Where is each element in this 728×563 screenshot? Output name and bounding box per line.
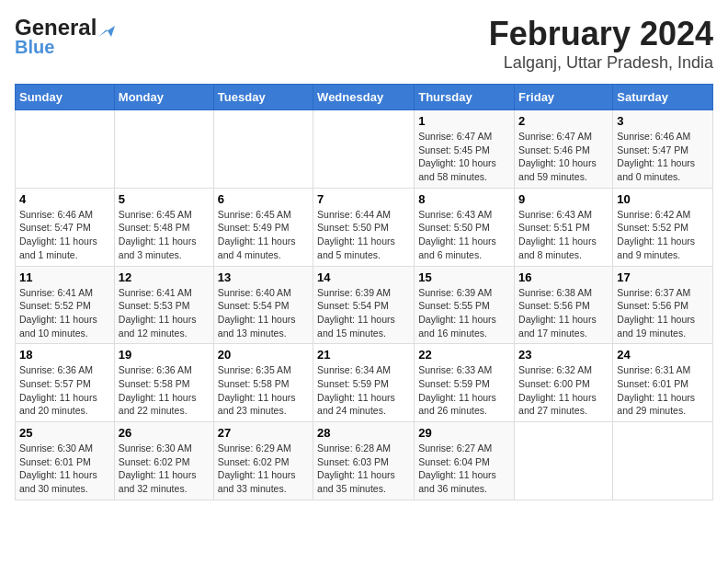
day-number: 2: [518, 114, 609, 128]
day-cell: 11Sunrise: 6:41 AM Sunset: 5:52 PM Dayli…: [16, 266, 115, 344]
day-cell: [515, 422, 613, 500]
day-number: 4: [19, 192, 110, 206]
day-number: 17: [617, 270, 709, 284]
day-number: 12: [119, 270, 210, 284]
day-cell: 1Sunrise: 6:47 AM Sunset: 5:45 PM Daylig…: [415, 110, 515, 189]
week-row-1: 1Sunrise: 6:47 AM Sunset: 5:45 PM Daylig…: [16, 110, 713, 189]
day-cell: 23Sunrise: 6:32 AM Sunset: 6:00 PM Dayli…: [515, 344, 613, 422]
day-number: 6: [218, 192, 309, 206]
day-cell: 10Sunrise: 6:42 AM Sunset: 5:52 PM Dayli…: [613, 188, 713, 266]
day-cell: [313, 110, 415, 189]
header-cell-saturday: Saturday: [613, 85, 713, 110]
day-info: Sunrise: 6:39 AM Sunset: 5:54 PM Dayligh…: [317, 286, 410, 340]
day-cell: 8Sunrise: 6:43 AM Sunset: 5:50 PM Daylig…: [415, 188, 515, 266]
day-number: 7: [317, 192, 410, 206]
day-info: Sunrise: 6:42 AM Sunset: 5:52 PM Dayligh…: [617, 208, 709, 262]
day-cell: 18Sunrise: 6:36 AM Sunset: 5:57 PM Dayli…: [16, 344, 115, 422]
calendar-subtitle: Lalganj, Uttar Pradesh, India: [489, 53, 713, 73]
day-number: 13: [218, 270, 309, 284]
day-cell: 5Sunrise: 6:45 AM Sunset: 5:48 PM Daylig…: [114, 188, 213, 266]
day-info: Sunrise: 6:30 AM Sunset: 6:01 PM Dayligh…: [19, 442, 110, 496]
header-cell-wednesday: Wednesday: [313, 85, 415, 110]
day-cell: 3Sunrise: 6:46 AM Sunset: 5:47 PM Daylig…: [613, 110, 713, 189]
day-cell: 4Sunrise: 6:46 AM Sunset: 5:47 PM Daylig…: [16, 188, 115, 266]
day-info: Sunrise: 6:45 AM Sunset: 5:48 PM Dayligh…: [119, 208, 210, 262]
day-cell: 24Sunrise: 6:31 AM Sunset: 6:01 PM Dayli…: [613, 344, 713, 422]
logo: General Blue: [15, 15, 115, 58]
day-cell: 26Sunrise: 6:30 AM Sunset: 6:02 PM Dayli…: [114, 422, 213, 500]
day-cell: 25Sunrise: 6:30 AM Sunset: 6:01 PM Dayli…: [16, 422, 115, 500]
day-number: 5: [119, 192, 210, 206]
day-info: Sunrise: 6:46 AM Sunset: 5:47 PM Dayligh…: [19, 208, 110, 262]
day-number: 16: [518, 270, 609, 284]
day-number: 29: [418, 426, 510, 440]
day-cell: 21Sunrise: 6:34 AM Sunset: 5:59 PM Dayli…: [313, 344, 415, 422]
day-number: 9: [518, 192, 609, 206]
logo-bird-icon: [98, 18, 115, 37]
header-cell-friday: Friday: [515, 85, 613, 110]
week-row-3: 11Sunrise: 6:41 AM Sunset: 5:52 PM Dayli…: [16, 266, 713, 344]
week-row-4: 18Sunrise: 6:36 AM Sunset: 5:57 PM Dayli…: [16, 344, 713, 422]
day-info: Sunrise: 6:41 AM Sunset: 5:53 PM Dayligh…: [119, 286, 210, 340]
week-row-5: 25Sunrise: 6:30 AM Sunset: 6:01 PM Dayli…: [16, 422, 713, 500]
day-number: 21: [317, 348, 410, 362]
day-cell: [114, 110, 213, 189]
day-cell: 14Sunrise: 6:39 AM Sunset: 5:54 PM Dayli…: [313, 266, 415, 344]
header-cell-sunday: Sunday: [16, 85, 115, 110]
day-info: Sunrise: 6:28 AM Sunset: 6:03 PM Dayligh…: [317, 442, 410, 496]
day-number: 19: [119, 348, 210, 362]
day-number: 26: [119, 426, 210, 440]
day-cell: 28Sunrise: 6:28 AM Sunset: 6:03 PM Dayli…: [313, 422, 415, 500]
logo-blue-text: Blue: [15, 37, 54, 58]
day-cell: 12Sunrise: 6:41 AM Sunset: 5:53 PM Dayli…: [114, 266, 213, 344]
day-info: Sunrise: 6:36 AM Sunset: 5:57 PM Dayligh…: [19, 363, 110, 418]
day-info: Sunrise: 6:31 AM Sunset: 6:01 PM Dayligh…: [617, 363, 709, 418]
day-number: 18: [19, 348, 110, 362]
day-cell: 7Sunrise: 6:44 AM Sunset: 5:50 PM Daylig…: [313, 188, 415, 266]
day-number: 8: [418, 192, 510, 206]
day-info: Sunrise: 6:46 AM Sunset: 5:47 PM Dayligh…: [617, 130, 709, 184]
day-number: 10: [617, 192, 709, 206]
day-info: Sunrise: 6:36 AM Sunset: 5:58 PM Dayligh…: [119, 363, 210, 418]
day-cell: 19Sunrise: 6:36 AM Sunset: 5:58 PM Dayli…: [114, 344, 213, 422]
day-info: Sunrise: 6:45 AM Sunset: 5:49 PM Dayligh…: [218, 208, 309, 262]
page-header: General Blue February 2024 Lalganj, Utta…: [15, 15, 713, 73]
day-cell: [213, 110, 313, 189]
day-info: Sunrise: 6:27 AM Sunset: 6:04 PM Dayligh…: [418, 442, 510, 496]
day-number: 25: [19, 426, 110, 440]
day-info: Sunrise: 6:39 AM Sunset: 5:55 PM Dayligh…: [418, 286, 510, 340]
calendar-table: SundayMondayTuesdayWednesdayThursdayFrid…: [15, 84, 713, 500]
day-info: Sunrise: 6:40 AM Sunset: 5:54 PM Dayligh…: [218, 286, 309, 340]
day-info: Sunrise: 6:43 AM Sunset: 5:50 PM Dayligh…: [418, 208, 510, 262]
header-cell-tuesday: Tuesday: [213, 85, 313, 110]
day-info: Sunrise: 6:33 AM Sunset: 5:59 PM Dayligh…: [418, 363, 510, 418]
day-number: 23: [518, 348, 609, 362]
day-cell: 15Sunrise: 6:39 AM Sunset: 5:55 PM Dayli…: [415, 266, 515, 344]
day-cell: 6Sunrise: 6:45 AM Sunset: 5:49 PM Daylig…: [213, 188, 313, 266]
day-info: Sunrise: 6:47 AM Sunset: 5:45 PM Dayligh…: [418, 130, 510, 184]
day-cell: 2Sunrise: 6:47 AM Sunset: 5:46 PM Daylig…: [515, 110, 613, 189]
day-cell: 13Sunrise: 6:40 AM Sunset: 5:54 PM Dayli…: [213, 266, 313, 344]
title-block: February 2024 Lalganj, Uttar Pradesh, In…: [489, 15, 713, 73]
day-number: 11: [19, 270, 110, 284]
day-info: Sunrise: 6:37 AM Sunset: 5:56 PM Dayligh…: [617, 286, 709, 340]
header-cell-thursday: Thursday: [415, 85, 515, 110]
day-info: Sunrise: 6:38 AM Sunset: 5:56 PM Dayligh…: [518, 286, 609, 340]
calendar-header-row: SundayMondayTuesdayWednesdayThursdayFrid…: [16, 85, 713, 110]
day-info: Sunrise: 6:30 AM Sunset: 6:02 PM Dayligh…: [119, 442, 210, 496]
day-cell: 9Sunrise: 6:43 AM Sunset: 5:51 PM Daylig…: [515, 188, 613, 266]
day-number: 14: [317, 270, 410, 284]
day-info: Sunrise: 6:32 AM Sunset: 6:00 PM Dayligh…: [518, 363, 609, 418]
day-number: 22: [418, 348, 510, 362]
day-cell: [613, 422, 713, 500]
day-number: 15: [418, 270, 510, 284]
day-number: 1: [418, 114, 510, 128]
day-number: 28: [317, 426, 410, 440]
header-cell-monday: Monday: [114, 85, 213, 110]
day-number: 27: [218, 426, 309, 440]
day-cell: 27Sunrise: 6:29 AM Sunset: 6:02 PM Dayli…: [213, 422, 313, 500]
day-cell: [16, 110, 115, 189]
day-info: Sunrise: 6:47 AM Sunset: 5:46 PM Dayligh…: [518, 130, 609, 184]
day-info: Sunrise: 6:34 AM Sunset: 5:59 PM Dayligh…: [317, 363, 410, 418]
day-cell: 29Sunrise: 6:27 AM Sunset: 6:04 PM Dayli…: [415, 422, 515, 500]
